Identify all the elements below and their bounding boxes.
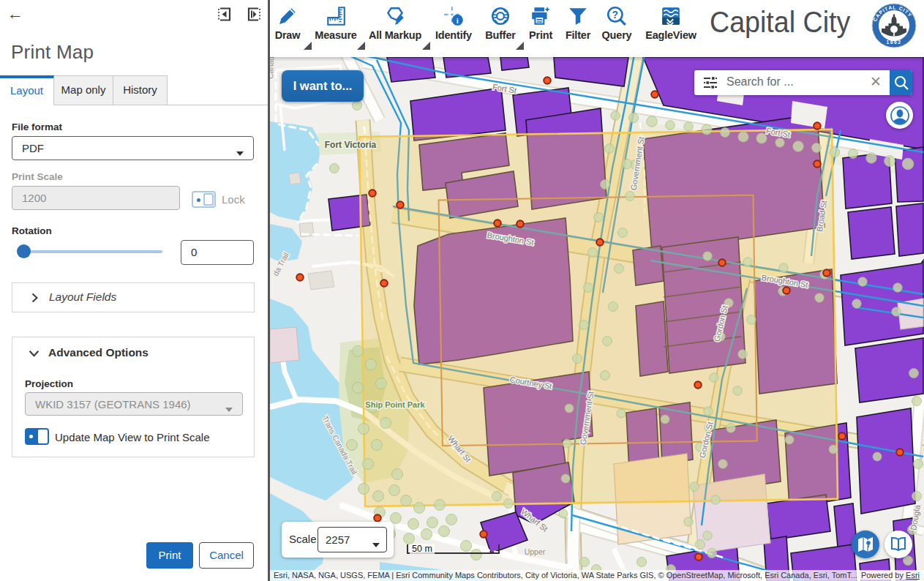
svg-text:Upper: Upper [525,547,546,556]
svg-text:Fort Victoria: Fort Victoria [325,140,377,150]
svg-text:Ship Point Park: Ship Point Park [365,400,425,409]
svg-text:1862: 1862 [886,40,901,45]
svg-text:?: ? [612,9,619,20]
svg-text:i: i [457,16,459,25]
